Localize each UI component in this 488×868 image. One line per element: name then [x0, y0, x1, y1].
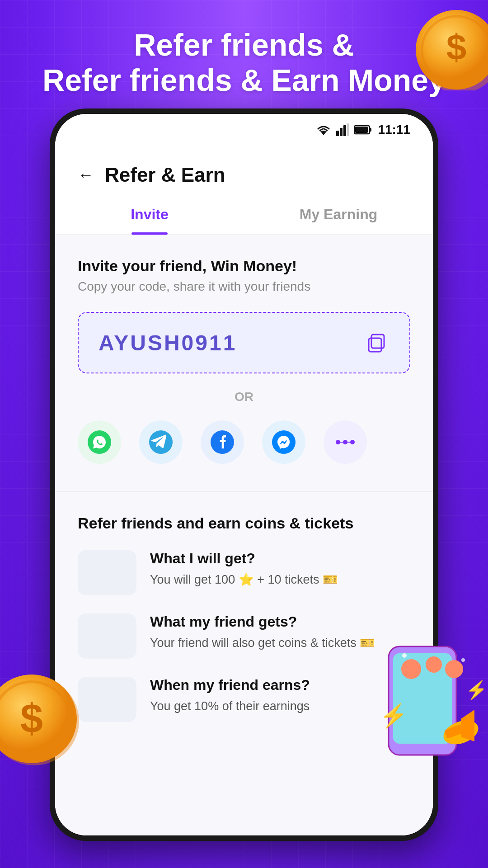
benefit-title-3: When my friend earns?: [150, 677, 310, 693]
telegram-icon: [149, 430, 173, 454]
or-divider: OR: [78, 390, 410, 404]
tab-my-earning[interactable]: My Earning: [244, 195, 433, 234]
tabs-container: Invite My Earning: [55, 195, 433, 235]
benefit-title-1: What I will get?: [150, 550, 338, 567]
share-telegram-button[interactable]: [139, 420, 183, 464]
coin-decoration-top-right: $: [398, 0, 488, 90]
svg-point-21: [272, 430, 296, 454]
copy-icon: [364, 331, 388, 354]
benefit-title-2: What my friend gets?: [150, 613, 375, 630]
referral-code-box: AYUSH0911: [78, 312, 410, 373]
share-buttons-row: [78, 420, 410, 464]
svg-point-38: [461, 658, 465, 662]
svg-point-31: [445, 660, 463, 678]
svg-point-37: [402, 653, 407, 658]
share-whatsapp-button[interactable]: [78, 420, 121, 464]
benefit-item-1: What I will get? You will get 100 ⭐ + 10…: [78, 550, 410, 595]
svg-rect-15: [355, 127, 368, 133]
benefit-item-2: What my friend gets? Your friend will al…: [78, 613, 410, 659]
back-button[interactable]: ←: [78, 165, 94, 184]
status-bar: 11:11: [55, 114, 433, 146]
benefit-desc-3: You get 10% of their earnings: [150, 698, 310, 715]
svg-point-29: [401, 659, 421, 679]
invite-subtext: Copy your code, share it with your frien…: [78, 279, 410, 294]
invite-heading: Invite your friend, Win Money!: [78, 257, 410, 275]
benefit-desc-1: You will get 100 ⭐ + 10 tickets 🎫: [150, 571, 338, 589]
benefit-text-3: When my friend earns? You get 10% of the…: [150, 677, 310, 715]
svg-rect-14: [370, 128, 371, 132]
earn-heading: Refer friends and earn coins & tickets: [78, 514, 410, 532]
signal-icon: [336, 123, 349, 136]
svg-text:⚡: ⚡: [380, 702, 408, 729]
benefit-text-2: What my friend gets? Your friend will al…: [150, 613, 375, 652]
whatsapp-icon: [88, 430, 111, 454]
svg-text:$: $: [446, 27, 467, 67]
status-icons: 11:11: [316, 123, 410, 137]
svg-point-30: [426, 656, 442, 673]
svg-point-24: [350, 440, 355, 444]
svg-rect-17: [371, 335, 384, 348]
benefit-text-1: What I will get? You will get 100 ⭐ + 10…: [150, 550, 338, 589]
benefit-item-3: When my friend earns? You get 10% of the…: [78, 677, 410, 722]
referral-code-text: AYUSH0911: [99, 330, 237, 355]
svg-marker-33: [461, 710, 474, 741]
share-facebook-button[interactable]: [201, 420, 244, 464]
section-divider: [55, 491, 433, 492]
svg-text:$: $: [20, 696, 43, 741]
svg-marker-8: [320, 131, 327, 135]
more-share-icon: [333, 430, 357, 454]
share-messenger-button[interactable]: [262, 420, 305, 464]
wifi-icon: [316, 123, 331, 136]
status-time: 11:11: [378, 123, 410, 137]
page-header: ← Refer & Earn: [55, 146, 433, 195]
benefit-icon-2: [78, 613, 136, 659]
svg-rect-12: [347, 123, 349, 136]
svg-rect-11: [343, 125, 346, 136]
earn-section: Refer friends and earn coins & tickets W…: [78, 514, 410, 722]
svg-rect-10: [340, 128, 343, 136]
invite-section: Invite your friend, Win Money! Copy your…: [78, 257, 410, 464]
benefit-desc-2: Your friend will also get coins & ticket…: [150, 635, 375, 652]
tab-invite[interactable]: Invite: [55, 195, 244, 234]
svg-text:⚡: ⚡: [465, 679, 483, 701]
svg-point-22: [336, 440, 340, 444]
svg-rect-9: [336, 131, 339, 136]
svg-rect-16: [369, 338, 381, 352]
benefit-icon-3: [78, 677, 136, 722]
benefit-icon-1: [78, 550, 136, 595]
coin-decoration-bottom-left: $: [0, 669, 81, 769]
page-title: Refer & Earn: [105, 164, 225, 186]
facebook-icon: [211, 430, 234, 454]
copy-code-button[interactable]: [362, 329, 389, 356]
megaphone-illustration: ⚡ ⚡: [375, 642, 479, 760]
battery-icon: [354, 124, 372, 135]
svg-point-23: [343, 440, 347, 444]
messenger-icon: [272, 430, 296, 454]
share-more-button[interactable]: [324, 420, 367, 464]
